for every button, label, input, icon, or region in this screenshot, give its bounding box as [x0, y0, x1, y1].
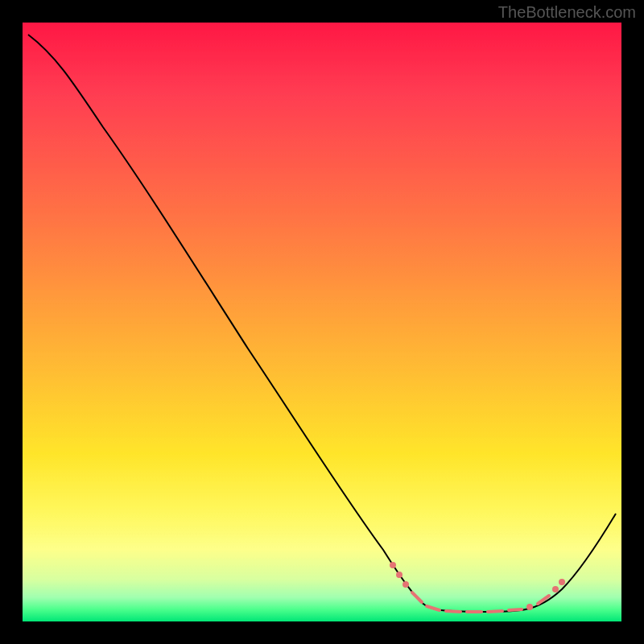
- marker-dash: [509, 609, 522, 610]
- marker-dot: [526, 604, 533, 610]
- marker-dot: [396, 572, 402, 578]
- optimal-zone-markers: [390, 562, 565, 612]
- chart-container: [23, 23, 621, 621]
- bottleneck-curve: [28, 35, 616, 612]
- marker-dash: [427, 606, 440, 610]
- marker-dot: [402, 581, 409, 588]
- marker-dot: [552, 586, 559, 592]
- marker-dot: [559, 579, 565, 585]
- chart-svg: [23, 23, 621, 621]
- marker-dash: [412, 592, 422, 602]
- marker-dot: [390, 562, 396, 568]
- marker-dash: [488, 611, 502, 612]
- marker-dash: [446, 611, 460, 612]
- watermark-text: TheBottleneck.com: [498, 3, 636, 22]
